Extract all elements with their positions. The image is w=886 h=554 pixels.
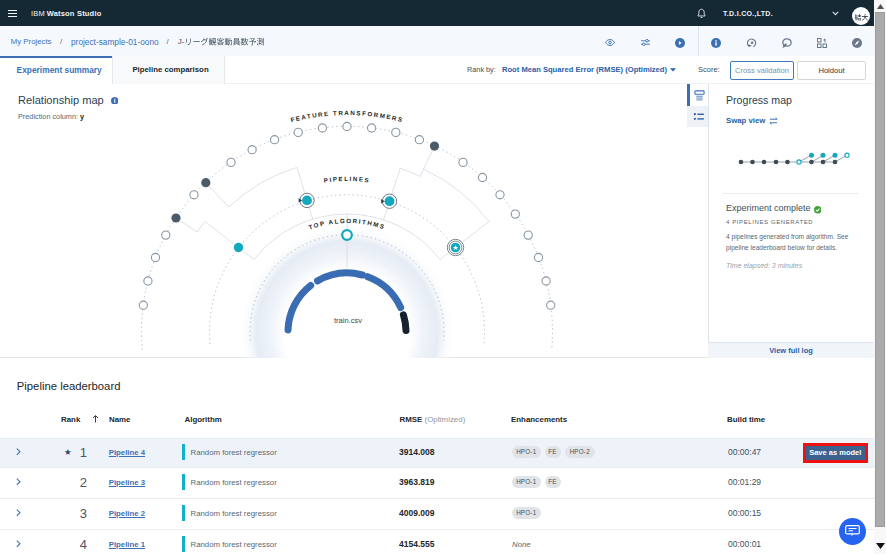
svg-text:PIPELINES: PIPELINES [323,175,370,184]
svg-text:FEATURE TRANSFORMERS: FEATURE TRANSFORMERS [290,109,405,123]
svg-text:★: ★ [452,244,458,251]
svg-text:train.csv: train.csv [334,316,362,325]
